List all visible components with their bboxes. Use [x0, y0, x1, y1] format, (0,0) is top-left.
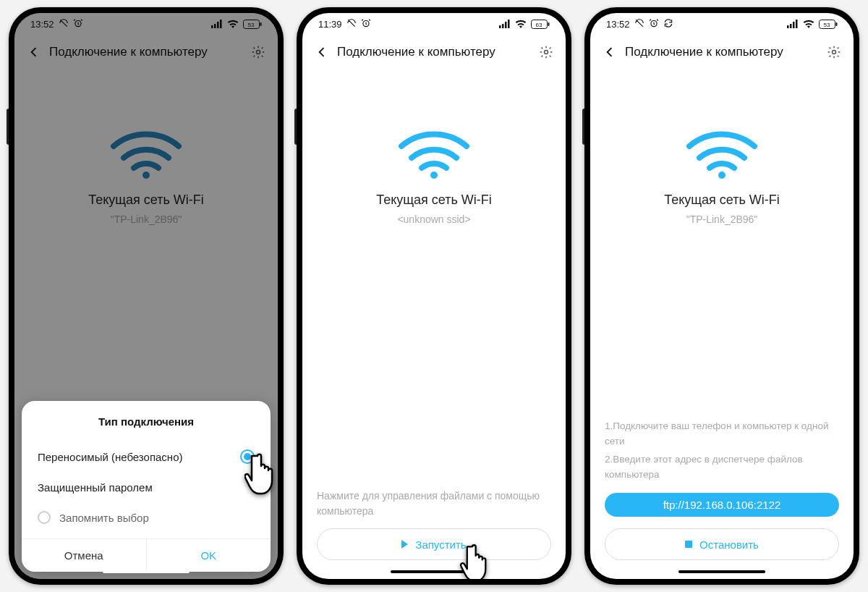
- checkbox-icon: [38, 511, 51, 524]
- wifi-icon: [682, 122, 762, 184]
- main-content: Текущая сеть Wi-Fi <unknown ssid> Нажмит…: [302, 69, 566, 579]
- network-ssid: <unknown ssid>: [397, 213, 470, 225]
- connection-type-sheet: Тип подключения Переносимый (небезопасно…: [22, 401, 271, 572]
- svg-rect-26: [836, 22, 838, 26]
- svg-point-29: [718, 172, 726, 179]
- sync-icon: [663, 18, 673, 30]
- main-content: Текущая сеть Wi-Fi "TP-Link_2B96" 1.Подк…: [590, 69, 854, 579]
- signal-icon: [787, 20, 799, 28]
- mute-icon: [346, 18, 357, 30]
- signal-icon: [499, 20, 511, 28]
- radio-selected-icon: [240, 449, 255, 464]
- alarm-icon: [361, 18, 371, 30]
- wifi-icon: [394, 122, 474, 184]
- svg-rect-22: [790, 24, 792, 28]
- app-bar: Подключение к компьютеру: [590, 35, 854, 69]
- home-indicator[interactable]: [103, 570, 190, 573]
- svg-rect-23: [793, 22, 795, 28]
- alarm-icon: [649, 18, 659, 30]
- back-button[interactable]: [600, 43, 619, 62]
- cancel-button[interactable]: Отмена: [22, 539, 147, 572]
- back-button[interactable]: [312, 43, 331, 62]
- ok-button[interactable]: OK: [147, 539, 271, 572]
- status-time: 11:39: [318, 19, 342, 30]
- status-time: 13:52: [606, 19, 630, 30]
- status-bar: 13:52 53: [590, 13, 854, 35]
- svg-text:63: 63: [536, 21, 542, 28]
- network-title: Текущая сеть Wi-Fi: [664, 193, 780, 208]
- page-title: Подключение к компьютеру: [625, 45, 819, 59]
- option-password[interactable]: Защищенный паролем: [22, 473, 271, 502]
- start-button[interactable]: Запустить: [317, 528, 551, 560]
- phone-3: 13:52 53 Подключение к компьютеру: [584, 7, 859, 585]
- svg-rect-14: [508, 20, 510, 28]
- hint-text: Нажмите для управления файлами с помощью…: [317, 489, 551, 518]
- sheet-title: Тип подключения: [22, 415, 271, 428]
- svg-rect-24: [796, 20, 798, 28]
- remember-choice[interactable]: Запомнить выбор: [22, 502, 271, 533]
- settings-button[interactable]: [825, 43, 843, 62]
- svg-rect-13: [505, 22, 507, 28]
- status-bar: 11:39 63: [302, 13, 566, 35]
- remember-label: Запомнить выбор: [59, 512, 149, 524]
- stop-button-label: Остановить: [699, 538, 759, 551]
- start-button-label: Запустить: [415, 538, 466, 551]
- phone-2: 11:39 63 Подключение к компьютеру: [297, 7, 571, 585]
- network-ssid: "TP-Link_2B96": [686, 213, 758, 225]
- svg-point-28: [833, 51, 836, 54]
- wifi-status-icon: [515, 20, 527, 28]
- ftp-address[interactable]: ftp://192.168.0.106:2122: [605, 493, 839, 517]
- instruction-2: 2.Введите этот адрес в диспетчере файлов…: [605, 452, 839, 483]
- mute-icon: [634, 18, 644, 30]
- settings-button[interactable]: [537, 43, 556, 62]
- option-password-label: Защищенный паролем: [38, 481, 153, 494]
- svg-rect-21: [787, 25, 789, 28]
- svg-point-19: [430, 172, 438, 179]
- instruction-1: 1.Подключите ваш телефон и компьютер к о…: [605, 419, 839, 449]
- wifi-status-icon: [803, 20, 814, 28]
- play-icon: [401, 540, 408, 549]
- home-indicator[interactable]: [678, 570, 765, 573]
- option-portable[interactable]: Переносимый (небезопасно): [22, 441, 271, 473]
- home-indicator[interactable]: [391, 570, 477, 573]
- battery-icon: 53: [819, 20, 838, 29]
- svg-point-18: [545, 51, 548, 54]
- app-bar: Подключение к компьютеру: [302, 35, 566, 69]
- svg-rect-16: [548, 22, 550, 26]
- page-title: Подключение к компьютеру: [337, 45, 531, 59]
- option-portable-label: Переносимый (небезопасно): [38, 451, 182, 463]
- stop-icon: [685, 541, 692, 548]
- network-title: Текущая сеть Wi-Fi: [376, 193, 492, 208]
- battery-icon: 63: [531, 20, 550, 29]
- phone-1: 13:52 53 Подключение к компьютеру: [9, 7, 284, 585]
- svg-rect-12: [502, 24, 504, 28]
- svg-rect-11: [499, 25, 501, 28]
- svg-text:53: 53: [824, 21, 830, 28]
- stop-button[interactable]: Остановить: [605, 528, 839, 560]
